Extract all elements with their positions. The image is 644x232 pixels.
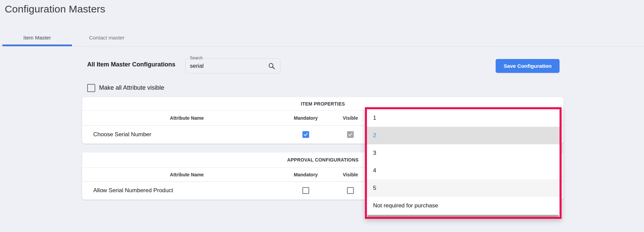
dropdown-option-5[interactable]: 5 xyxy=(367,179,560,197)
column-header-attribute-name: Attribute Name xyxy=(153,168,221,181)
visible-checkbox-unchecked[interactable] xyxy=(347,187,354,194)
column-header-attribute-name: Attribute Name xyxy=(153,111,221,125)
tab-item-master[interactable]: Item Master xyxy=(2,29,72,47)
dropdown-option-not-required[interactable]: Not required for purchase xyxy=(367,197,560,214)
make-all-visible-label: Make all Attribute visible xyxy=(99,84,164,91)
tab-bar: Item Master Contact master xyxy=(0,29,644,47)
column-header-visible: Visible xyxy=(330,111,371,125)
make-all-visible-row: Make all Attribute visible xyxy=(87,83,164,92)
dropdown-option-4[interactable]: 4 xyxy=(367,162,560,179)
column-header-visible: Visible xyxy=(330,168,371,181)
mandatory-checkbox-unchecked[interactable] xyxy=(302,187,309,194)
tabbar-divider xyxy=(0,46,644,47)
section-title: All Item Master Configurations xyxy=(87,61,175,68)
check-icon xyxy=(303,132,308,137)
dropdown-option-1[interactable]: 1 xyxy=(367,109,560,127)
attribute-name-cell: Choose Serial Number xyxy=(93,126,151,143)
visible-checkbox-checked-disabled[interactable] xyxy=(347,131,354,138)
search-input[interactable] xyxy=(185,59,280,73)
dropdown-option-2-selected[interactable]: 2 xyxy=(367,127,560,144)
pink-annotation-highlight-box: 1 2 3 4 5 Not required for purchase xyxy=(365,107,562,219)
tab-contact-master[interactable]: Contact master xyxy=(72,29,142,47)
save-configuration-button[interactable]: Save Configuration xyxy=(496,59,560,73)
page-title: Configuration Masters xyxy=(5,3,105,15)
column-header-mandatory: Mandatory xyxy=(282,168,329,181)
check-icon xyxy=(348,132,353,137)
search-icon[interactable] xyxy=(268,62,275,70)
column-header-mandatory: Mandatory xyxy=(282,111,329,125)
mandatory-checkbox-checked[interactable] xyxy=(302,131,309,138)
horizontal-scrollbar[interactable] xyxy=(367,215,559,217)
dropdown-option-3[interactable]: 3 xyxy=(367,144,560,162)
attribute-name-cell: Allow Serial Numbered Product xyxy=(93,182,173,199)
search-field[interactable]: Search xyxy=(185,58,280,74)
make-all-visible-checkbox[interactable] xyxy=(87,84,95,92)
dropdown-menu: 1 2 3 4 5 Not required for purchase xyxy=(367,109,560,217)
